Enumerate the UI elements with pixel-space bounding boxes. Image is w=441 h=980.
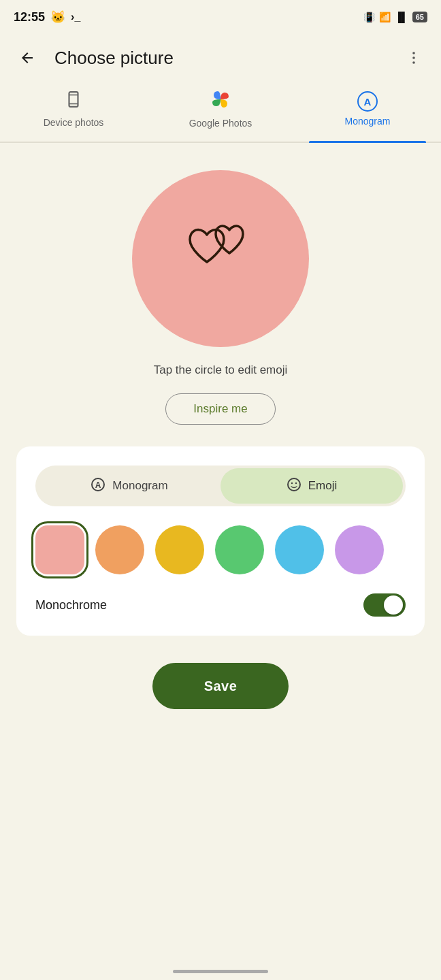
tab-google-photos[interactable]: Google Photos [147,82,294,142]
color-swatch-orange[interactable] [95,525,144,574]
vibrate-icon: 📳 [363,12,375,22]
color-swatch-blue[interactable] [275,525,324,574]
signal-icon: ▐▌ [395,12,408,22]
monochrome-row: Monochrome [35,593,406,617]
svg-point-9 [291,482,293,483]
app-bar: Choose picture [0,34,441,82]
monogram-type-icon: A [91,477,105,495]
svg-point-10 [295,482,297,483]
svg-point-2 [412,61,415,64]
monochrome-toggle[interactable] [363,593,406,617]
monogram-circle-icon: A [357,91,378,112]
main-content: Tap the circle to edit emoji Inspire me … [0,143,441,730]
color-swatch-purple[interactable] [335,525,384,574]
svg-point-1 [412,56,415,59]
pinwheel-icon [211,90,230,114]
color-swatch-pink[interactable] [35,525,84,574]
type-selector: A Monogram Emoji [35,466,406,506]
tab-monogram-label: Monogram [345,116,391,127]
page-title: Choose picture [54,48,387,69]
time-display: 12:55 [14,10,45,24]
tab-google-label: Google Photos [189,118,252,129]
status-time: 12:55 🐱 ›_ [14,10,80,24]
tap-hint-text: Tap the circle to edit emoji [154,363,288,377]
status-bar: 12:55 🐱 ›_ 📳 📶 ▐▌ 65 [0,0,441,34]
monochrome-label: Monochrome [35,598,107,612]
svg-rect-3 [69,92,78,107]
battery-indicator: 65 [412,12,427,22]
inspire-me-button[interactable]: Inspire me [165,393,275,425]
emoji-type-label: Emoji [308,479,338,493]
toggle-thumb [384,595,403,615]
monogram-type-label: Monogram [112,479,167,493]
more-options-button[interactable] [400,44,427,71]
tab-device-label: Device photos [44,117,104,128]
wifi-icon: 📶 [379,12,391,22]
monogram-type-button[interactable]: A Monogram [38,468,220,504]
emoji-type-button[interactable]: Emoji [220,468,403,504]
back-button[interactable] [14,44,41,71]
status-icons: 📳 📶 ▐▌ 65 [363,12,427,22]
cat-icon: 🐱 [50,10,65,24]
terminal-icon: ›_ [71,11,80,23]
color-swatch-green[interactable] [215,525,264,574]
color-palette [35,525,406,574]
color-swatch-yellow[interactable] [155,525,204,574]
tab-monogram[interactable]: A Monogram [294,82,441,142]
svg-point-8 [288,478,300,491]
gesture-bar [173,970,268,973]
save-button[interactable]: Save [152,663,289,709]
svg-text:A: A [95,480,101,490]
svg-point-0 [412,52,415,54]
tab-device-photos[interactable]: Device photos [0,82,147,142]
phone-icon [65,91,82,113]
options-card: A Monogram Emoji [16,446,425,636]
tab-bar: Device photos Google Photos A Monogram [0,82,441,143]
avatar-preview[interactable] [132,170,309,347]
emoji-type-icon [287,477,301,495]
